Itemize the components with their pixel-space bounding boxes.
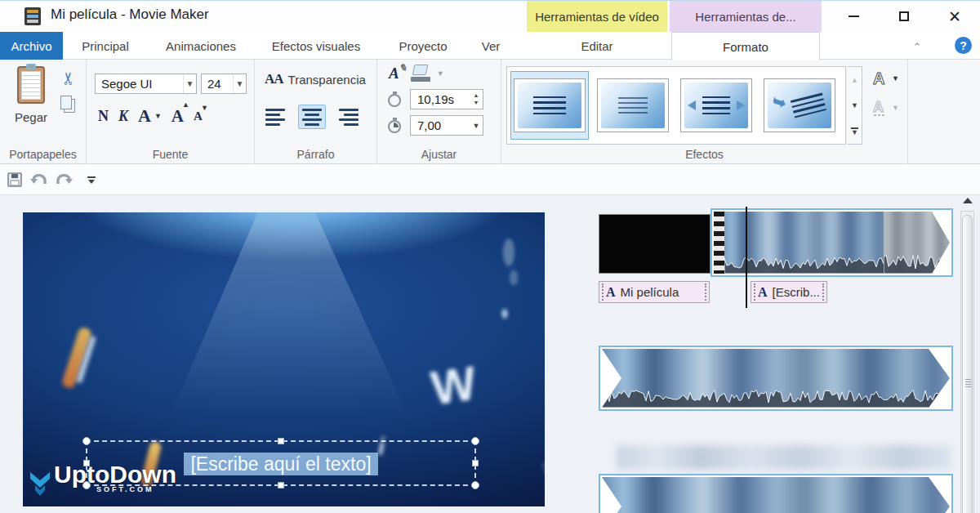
gallery-scroll-up-button[interactable]: ▲ xyxy=(848,67,862,92)
maximize-button[interactable] xyxy=(879,1,929,32)
cut-button[interactable]: ✂ xyxy=(57,68,80,89)
scissors-icon: ✂ xyxy=(59,71,78,86)
workspace: W i √ x j ; ' [Escribe aquí el texto] xyxy=(0,194,980,513)
outline-a-disabled-icon: A xyxy=(871,99,889,117)
group-label-portapapeles: Portapapeles xyxy=(0,148,86,161)
collapse-ribbon-chevron-icon[interactable]: ⌃ xyxy=(908,38,926,55)
text-outline-color-button[interactable]: A ▼ xyxy=(871,69,899,87)
playhead[interactable] xyxy=(746,207,747,308)
caption-a-icon: A xyxy=(606,285,616,300)
close-icon: ✕ xyxy=(948,9,961,25)
caption-item-title[interactable]: A Mi película xyxy=(599,281,710,303)
svg-text:A: A xyxy=(873,69,884,87)
help-button[interactable]: ? xyxy=(955,37,972,54)
storyboard-panel: A Mi película A [Escrib... xyxy=(572,195,980,513)
bold-button[interactable]: N xyxy=(98,108,109,125)
close-button[interactable]: ✕ xyxy=(929,1,980,32)
group-efectos: ➥ ▲ ▼ ▼ A ▼ A ▼ xyxy=(501,60,908,164)
redo-button[interactable] xyxy=(54,171,74,189)
contextual-header-text-tools: Herramientas de... xyxy=(670,1,822,32)
blur-particle xyxy=(503,239,514,266)
paste-label: Pegar xyxy=(15,110,47,124)
start-time-stopwatch-icon xyxy=(387,118,403,134)
movie-maker-app-icon[interactable] xyxy=(24,7,41,25)
tab-formato-selected[interactable]: Formato xyxy=(671,32,820,60)
tab-principal[interactable]: Principal xyxy=(72,32,139,60)
uptodown-watermark: UptoDown SOFT.COM xyxy=(29,462,176,497)
chevron-down-icon: ▼ xyxy=(154,112,162,120)
chevron-down-icon: ▼ xyxy=(183,74,196,93)
transparency-aa-icon: AA xyxy=(265,71,283,87)
effect-fade[interactable] xyxy=(594,71,672,140)
edit-text-button[interactable]: A✎ xyxy=(389,65,399,83)
grow-font-button[interactable]: A▲ xyxy=(172,106,184,127)
save-button[interactable] xyxy=(5,171,24,189)
resize-handle[interactable] xyxy=(471,437,479,445)
font-family-value: Segoe UI xyxy=(101,77,153,91)
gallery-scroll-down-button[interactable]: ▼ xyxy=(848,92,862,118)
copy-button[interactable] xyxy=(59,94,78,115)
effects-gallery-scrollbar: ▲ ▼ ▼ xyxy=(848,66,862,145)
effect-thumbnail-icon xyxy=(601,83,665,128)
group-portapapeles: Pegar ✂ Portapapeles xyxy=(0,60,87,164)
start-time-dropdown[interactable]: 7,00 ▼ xyxy=(410,115,483,136)
resize-handle[interactable] xyxy=(278,438,284,444)
tab-animaciones[interactable]: Animaciones xyxy=(160,32,242,60)
customize-qat-button[interactable] xyxy=(82,171,101,189)
blur-particle xyxy=(510,270,518,286)
ribbon-tab-bar: Archivo Principal Animaciones Efectos vi… xyxy=(0,32,980,60)
background-color-button[interactable] xyxy=(411,65,430,83)
clip-title-black[interactable] xyxy=(599,214,710,274)
undo-button[interactable] xyxy=(29,171,49,189)
save-floppy-icon xyxy=(7,172,22,187)
font-size-value: 24 xyxy=(207,77,221,91)
scrollbar-thumb[interactable] xyxy=(962,215,973,513)
font-color-button[interactable]: A▼ xyxy=(138,105,162,127)
font-size-dropdown[interactable]: 24 ▼ xyxy=(201,74,247,94)
effect-fly-in[interactable]: ➥ xyxy=(760,71,839,140)
clip-video-row-2[interactable] xyxy=(599,346,953,411)
caption-placeholder-text[interactable]: [Escribe aquí el texto] xyxy=(184,453,377,475)
effect-thumbnail-icon xyxy=(518,83,581,128)
font-family-dropdown[interactable]: Segoe UI ▼ xyxy=(95,74,197,94)
resize-handle[interactable] xyxy=(471,481,479,489)
tab-ver[interactable]: Ver xyxy=(472,32,510,60)
transparency-button[interactable]: AA Transparencia xyxy=(265,71,366,87)
scroll-up-icon[interactable] xyxy=(963,198,973,203)
transparency-label: Transparencia xyxy=(288,73,366,87)
video-preview[interactable]: W i √ x j ; ' [Escribe aquí el texto] xyxy=(23,212,545,506)
tab-efectos-visuales[interactable]: Efectos visuales xyxy=(265,32,368,60)
paste-button[interactable]: Pegar xyxy=(10,66,52,141)
blur-letter: ; ' xyxy=(539,457,545,495)
align-right-button[interactable] xyxy=(332,105,359,129)
text-outline-size-button-disabled[interactable]: A ▼ xyxy=(871,99,899,117)
paint-bucket-icon xyxy=(412,65,428,75)
storyboard-scrollbar[interactable] xyxy=(959,198,977,513)
align-center-button[interactable] xyxy=(298,105,326,129)
group-ajustar: A✎ ▼ 10,19s ▲▼ 7,00 ▼ Ajusta xyxy=(377,60,501,164)
tab-editar[interactable]: Editar xyxy=(527,32,667,60)
resize-handle[interactable] xyxy=(278,482,284,488)
start-time-value: 7,00 xyxy=(417,118,441,132)
svg-text:A: A xyxy=(873,99,884,115)
tab-archivo[interactable]: Archivo xyxy=(0,32,63,60)
chevron-down-icon[interactable]: ▼ xyxy=(437,69,444,78)
minimize-button[interactable] xyxy=(828,1,879,32)
clip-video-row-3[interactable] xyxy=(599,474,953,513)
caption-item-credits[interactable]: A [Escrib... xyxy=(751,281,827,303)
effects-gallery: ➥ xyxy=(506,66,846,145)
effect-none-selected[interactable] xyxy=(510,71,589,140)
effect-scroll-horizontal[interactable] xyxy=(677,71,755,140)
align-left-button[interactable] xyxy=(265,105,292,129)
caption-a-icon: A xyxy=(758,285,768,300)
gallery-more-button[interactable]: ▼ xyxy=(848,118,862,144)
spinner-arrows[interactable]: ▲▼ xyxy=(470,90,483,109)
text-duration-input[interactable]: 10,19s ▲▼ xyxy=(410,89,483,109)
shrink-font-button[interactable]: A▼ xyxy=(194,109,203,123)
film-sprocket-edge xyxy=(714,212,724,274)
italic-button[interactable]: K xyxy=(118,108,128,125)
effect-thumbnail-icon xyxy=(684,83,748,128)
resize-handle[interactable] xyxy=(472,460,479,466)
tab-proyecto[interactable]: Proyecto xyxy=(389,32,457,60)
resize-handle[interactable] xyxy=(82,437,91,445)
